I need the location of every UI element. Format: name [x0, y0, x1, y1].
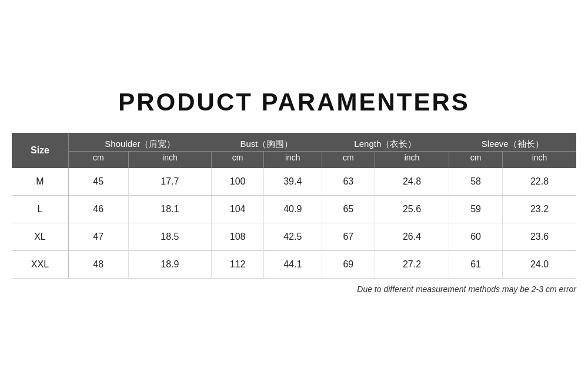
sleeve-inch-cell: 23.2 [503, 196, 576, 223]
shoulder-cm-cell: 46 [68, 196, 128, 223]
size-table: Size Shoulder（肩宽） Bust（胸围） Length（衣长） Sl… [12, 133, 576, 279]
footnote: Due to different measurement methods may… [357, 284, 576, 294]
length-cm-cell: 67 [322, 223, 375, 251]
sleeve-cm-cell: 61 [449, 251, 503, 279]
table-row: M4517.710039.46324.85822.8 [12, 168, 576, 196]
size-column-header: Size [12, 133, 68, 168]
length-cm-cell: 69 [322, 251, 375, 279]
shoulder-cm-cell: 47 [68, 223, 128, 251]
size-cell: M [12, 168, 68, 196]
shoulder-group-header: Shoulder（肩宽） [68, 133, 211, 152]
shoulder-inch-cell: 18.1 [128, 196, 212, 223]
shoulder-cm-subheader: cm [68, 152, 128, 169]
length-cm-cell: 63 [322, 168, 375, 196]
length-inch-cell: 27.2 [375, 251, 449, 279]
shoulder-cm-cell: 48 [68, 251, 128, 279]
table-row: XL4718.510842.56726.46023.6 [12, 223, 576, 251]
sleeve-cm-cell: 58 [449, 168, 503, 196]
shoulder-inch-subheader: inch [128, 152, 212, 169]
size-cell: L [12, 196, 68, 223]
sleeve-cm-subheader: cm [449, 152, 503, 169]
bust-cm-cell: 112 [212, 251, 264, 279]
bust-inch-subheader: inch [263, 152, 322, 169]
length-inch-subheader: inch [375, 152, 449, 169]
bust-inch-cell: 40.9 [263, 196, 322, 223]
sleeve-inch-subheader: inch [503, 152, 576, 169]
sleeve-cm-cell: 60 [449, 223, 503, 251]
length-cm-subheader: cm [322, 152, 375, 169]
shoulder-inch-cell: 17.7 [128, 168, 212, 196]
bust-cm-cell: 104 [212, 196, 264, 223]
table-row: XXL4818.911244.16927.26124.0 [12, 251, 576, 279]
length-inch-cell: 25.6 [375, 196, 449, 223]
size-cell: XL [12, 223, 68, 251]
sleeve-inch-cell: 22.8 [503, 168, 576, 196]
shoulder-cm-cell: 45 [68, 168, 128, 196]
page-container: PRODUCT PARAMENTERS Size Shoulder（肩宽） Bu… [12, 88, 576, 294]
shoulder-inch-cell: 18.9 [128, 251, 212, 279]
sleeve-inch-cell: 23.6 [503, 223, 576, 251]
length-inch-cell: 24.8 [375, 168, 449, 196]
bust-cm-cell: 100 [212, 168, 264, 196]
table-row: L4618.110440.96525.65923.2 [12, 196, 576, 223]
sleeve-cm-cell: 59 [449, 196, 503, 223]
sleeve-group-header: Sleeve（袖长） [449, 133, 576, 152]
page-title: PRODUCT PARAMENTERS [118, 88, 470, 116]
bust-inch-cell: 39.4 [263, 168, 322, 196]
size-cell: XXL [12, 251, 68, 279]
bust-inch-cell: 44.1 [263, 251, 322, 279]
sleeve-inch-cell: 24.0 [503, 251, 576, 279]
shoulder-inch-cell: 18.5 [128, 223, 212, 251]
length-cm-cell: 65 [322, 196, 375, 223]
bust-cm-subheader: cm [212, 152, 264, 169]
bust-inch-cell: 42.5 [263, 223, 322, 251]
length-group-header: Length（衣长） [322, 133, 449, 152]
bust-cm-cell: 108 [212, 223, 264, 251]
length-inch-cell: 26.4 [375, 223, 449, 251]
bust-group-header: Bust（胸围） [212, 133, 322, 152]
